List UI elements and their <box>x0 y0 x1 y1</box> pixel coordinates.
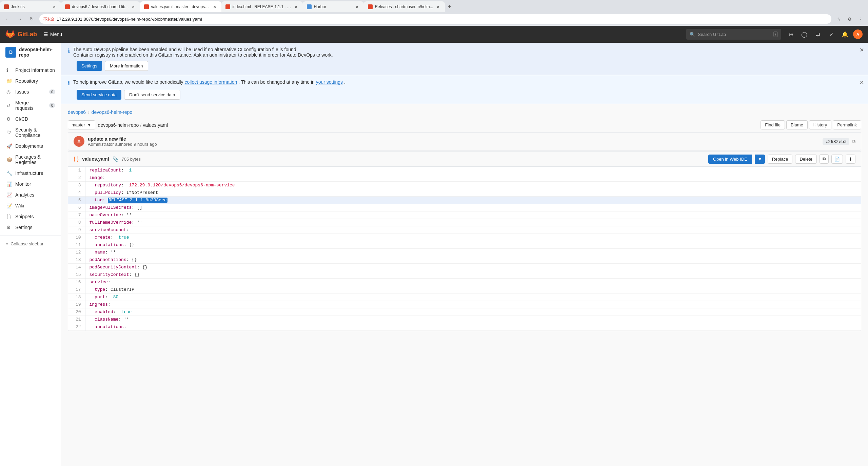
tab-jenkins-title: Jenkins <box>11 4 50 9</box>
your-settings-link[interactable]: your settings <box>316 79 343 85</box>
permalink-button[interactable]: Permalink <box>833 120 861 129</box>
tab-harbor[interactable]: Harbor ✕ <box>303 1 364 12</box>
collapse-sidebar[interactable]: « Collapse sidebar <box>0 236 61 252</box>
sidebar-item-repository[interactable]: 📁 Repository <box>0 76 61 86</box>
line-number: 20 <box>68 308 85 316</box>
security-indicator: 不安全 <box>43 17 55 22</box>
infrastructure-icon: 🔧 <box>6 170 12 176</box>
collect-usage-link[interactable]: collect usage information <box>184 79 237 85</box>
sidebar-item-cicd[interactable]: ⚙ CI/CD <box>0 114 61 124</box>
tab-devops6-close[interactable]: ✕ <box>131 4 136 9</box>
bookmark-button[interactable]: ☆ <box>834 14 844 24</box>
tab-releases[interactable]: Releases · chartmuseum/helm... ✕ <box>364 1 445 12</box>
project-header[interactable]: D devops6-helm-repo <box>0 43 61 62</box>
branch-selector[interactable]: master ▼ <box>68 120 95 129</box>
breadcrumb-devops6[interactable]: devops6 <box>68 109 86 115</box>
notifications-button[interactable]: 🔔 <box>840 29 850 40</box>
tab-harbor-title: Harbor <box>314 4 352 9</box>
usage-banner-close[interactable]: ✕ <box>860 79 864 86</box>
line-number: 13 <box>68 256 85 264</box>
sidebar-item-label: Deployments <box>15 143 43 149</box>
dont-send-service-data-button[interactable]: Don't send service data <box>124 90 180 100</box>
yaml-file-icon: { } <box>74 156 79 162</box>
autodevops-text-1: The Auto DevOps pipeline has been enable… <box>73 47 333 52</box>
blame-button[interactable]: Blame <box>786 120 808 129</box>
usage-info-icon: ℹ <box>68 80 70 86</box>
sidebar-item-analytics[interactable]: 📈 Analytics <box>0 189 61 200</box>
send-service-data-button[interactable]: Send service data <box>77 90 121 100</box>
tab-devops6[interactable]: devops6 / devops6-shared-lib... ✕ <box>61 1 140 12</box>
sidebar-item-security-compliance[interactable]: 🛡 Security & Compliance <box>0 124 61 141</box>
sidebar-item-deployments[interactable]: 🚀 Deployments <box>0 141 61 151</box>
tab-index-html[interactable]: index.html · RELEASE-1.1.1 · d... ✕ <box>221 1 303 12</box>
issues-button[interactable]: ◯ <box>799 29 810 40</box>
tab-jenkins-close[interactable]: ✕ <box>52 4 57 9</box>
todos-button[interactable]: ✓ <box>826 29 837 40</box>
sidebar-item-project-information[interactable]: ℹ Project information <box>0 65 61 76</box>
sidebar-item-merge-requests[interactable]: ⇄ Merge requests 0 <box>0 97 61 114</box>
sidebar-item-monitor[interactable]: 📊 Monitor <box>0 179 61 189</box>
file-toolbar: master ▼ devops6-helm-repo / values.yaml… <box>68 120 861 129</box>
tab-index-html-close[interactable]: ✕ <box>293 4 299 9</box>
search-placeholder: Search GitLab <box>698 32 771 37</box>
merge-requests-button[interactable]: ⇄ <box>812 29 823 40</box>
sidebar-item-packages-registries[interactable]: 📦 Packages & Registries <box>0 151 61 168</box>
address-bar: ← → ↻ 不安全 172.29.9.101:8076/devops6/devo… <box>0 12 868 26</box>
gitlab-logo[interactable]: GitLab <box>5 29 37 39</box>
table-row: 11 annotations: {} <box>68 241 861 249</box>
file-copy-icon[interactable]: 📎 <box>113 156 118 162</box>
forward-button[interactable]: → <box>15 14 24 24</box>
tab-jenkins[interactable]: Jenkins ✕ <box>0 1 61 12</box>
back-button[interactable]: ← <box>3 14 12 24</box>
url-bar[interactable]: 不安全 172.29.9.101:8076/devops6/devops6-he… <box>39 14 831 24</box>
sidebar-item-infrastructure[interactable]: 🔧 Infrastructure <box>0 168 61 179</box>
delete-button[interactable]: Delete <box>795 155 817 164</box>
sidebar-item-label: Repository <box>15 78 38 84</box>
settings-icon: ⚙ <box>6 225 12 230</box>
open-ide-dropdown-button[interactable]: ▼ <box>755 155 765 164</box>
line-code: imagePullSecrets: [] <box>85 204 861 211</box>
line-number: 9 <box>68 226 85 234</box>
extensions-button[interactable]: ⚙ <box>845 14 854 24</box>
code-table: 1replicaCount: 12image:3 repository: 172… <box>68 167 861 331</box>
line-code: ingress: <box>85 301 861 308</box>
sidebar-item-settings[interactable]: ⚙ Settings <box>0 222 61 233</box>
tab-harbor-close[interactable]: ✕ <box>354 4 360 9</box>
repo-path[interactable]: devops6-helm-repo <box>98 122 139 128</box>
copy-file-button[interactable]: ⧉ <box>820 154 829 164</box>
header-search[interactable]: 🔍 Search GitLab / <box>686 29 781 40</box>
line-number: 14 <box>68 264 85 271</box>
table-row: 12 name: '' <box>68 249 861 256</box>
menu-button[interactable]: ☰ Menu <box>41 30 65 38</box>
new-item-button[interactable]: ⊕ <box>785 29 796 40</box>
commit-info: update a new file Administrator authored… <box>88 136 157 147</box>
sidebar-item-wiki[interactable]: 📝 Wiki <box>0 200 61 211</box>
menu-button[interactable]: ⋮ <box>856 14 865 24</box>
tab-releases-close[interactable]: ✕ <box>435 4 441 9</box>
autodevops-banner-close[interactable]: ✕ <box>860 47 864 53</box>
raw-button[interactable]: 📄 <box>831 155 843 164</box>
table-row: 9serviceAccount: <box>68 226 861 234</box>
new-tab-button[interactable]: + <box>445 2 454 12</box>
find-file-button[interactable]: Find file <box>761 120 785 129</box>
tab-values-yaml-close[interactable]: ✕ <box>212 4 217 9</box>
settings-button[interactable]: Settings <box>77 61 102 71</box>
more-information-button[interactable]: More information <box>105 61 148 71</box>
table-row: 13podAnnotations: {} <box>68 256 861 264</box>
sidebar-item-snippets[interactable]: { } Snippets <box>0 211 61 222</box>
refresh-button[interactable]: ↻ <box>27 14 37 24</box>
open-in-web-ide-button[interactable]: Open in Web IDE <box>708 155 752 164</box>
user-avatar[interactable]: A <box>853 29 863 39</box>
sidebar-item-issues[interactable]: ◎ Issues 0 <box>0 86 61 97</box>
info-icon: ℹ <box>68 47 70 54</box>
table-row: 7nameOverride: '' <box>68 211 861 219</box>
replace-button[interactable]: Replace <box>768 155 793 164</box>
tab-values-yaml[interactable]: values.yaml · master · devops5... ✕ <box>140 1 221 12</box>
copy-hash-button[interactable]: ⧉ <box>852 139 855 144</box>
table-row: 8fullnameOverride: '' <box>68 219 861 226</box>
breadcrumb-repo[interactable]: devops6-helm-repo <box>92 109 133 115</box>
history-button[interactable]: History <box>809 120 831 129</box>
download-button[interactable]: ⬇ <box>846 155 855 164</box>
collapse-icon: « <box>5 241 8 246</box>
file-content-area: devops6 › devops6-helm-repo master ▼ dev… <box>61 104 868 337</box>
